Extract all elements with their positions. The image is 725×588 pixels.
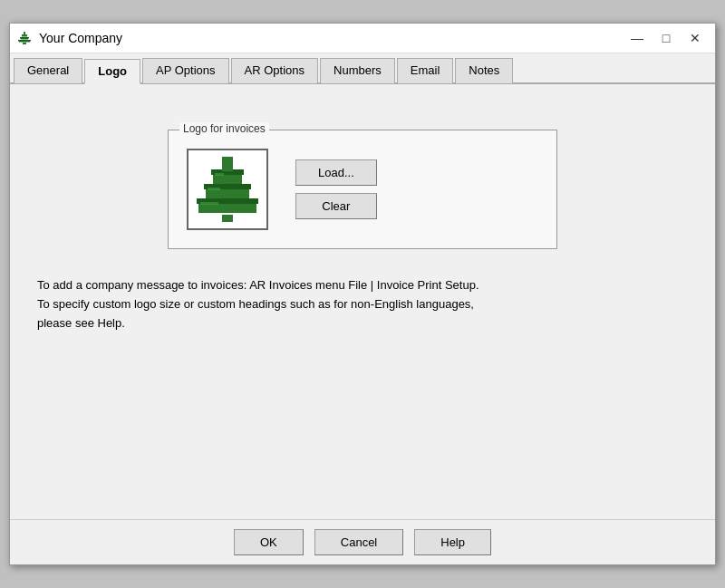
dialog-footer: OK Cancel Help <box>10 519 715 564</box>
tab-numbers[interactable]: Numbers <box>320 58 395 83</box>
tab-ap-options[interactable]: AP Options <box>142 58 229 83</box>
svg-rect-17 <box>215 173 224 176</box>
svg-rect-0 <box>23 43 26 44</box>
logo-group-label: Logo for invoices <box>179 122 269 135</box>
info-line-3: please see Help. <box>37 314 688 333</box>
svg-rect-4 <box>20 37 29 39</box>
svg-rect-6 <box>24 32 25 34</box>
info-line-2: To specify custom logo size or custom he… <box>37 295 688 314</box>
tab-notes[interactable]: Notes <box>455 58 513 83</box>
tab-general[interactable]: General <box>14 58 82 83</box>
main-window: Your Company — □ ✕ General Logo AP Optio… <box>9 23 716 565</box>
logo-image <box>191 153 264 226</box>
tab-content: Logo for invoices <box>10 84 715 519</box>
minimize-button[interactable]: — <box>624 29 650 47</box>
tab-ar-options[interactable]: AR Options <box>231 58 318 83</box>
close-button[interactable]: ✕ <box>682 29 708 47</box>
tab-bar: General Logo AP Options AR Options Numbe… <box>10 53 715 84</box>
app-icon <box>17 31 32 45</box>
svg-rect-14 <box>222 157 233 171</box>
logo-preview <box>187 149 268 230</box>
info-text: To add a company message to invoices: AR… <box>28 276 697 333</box>
window-title: Your Company <box>39 31 122 45</box>
help-button[interactable]: Help <box>414 529 491 555</box>
tab-logo[interactable]: Logo <box>84 59 140 84</box>
maximize-button[interactable]: □ <box>653 29 679 47</box>
svg-rect-2 <box>18 40 31 42</box>
clear-button[interactable]: Clear <box>295 193 377 219</box>
ok-button[interactable]: OK <box>234 529 304 555</box>
logo-group: Logo for invoices <box>168 130 557 249</box>
info-line-1: To add a company message to invoices: AR… <box>37 276 688 295</box>
svg-rect-16 <box>208 188 220 190</box>
cancel-button[interactable]: Cancel <box>314 529 403 555</box>
load-button[interactable]: Load... <box>295 159 377 186</box>
svg-rect-7 <box>222 215 233 222</box>
svg-rect-5 <box>22 34 27 37</box>
svg-rect-15 <box>200 202 218 205</box>
tab-email[interactable]: Email <box>397 58 454 83</box>
title-bar: Your Company — □ ✕ <box>10 24 715 53</box>
